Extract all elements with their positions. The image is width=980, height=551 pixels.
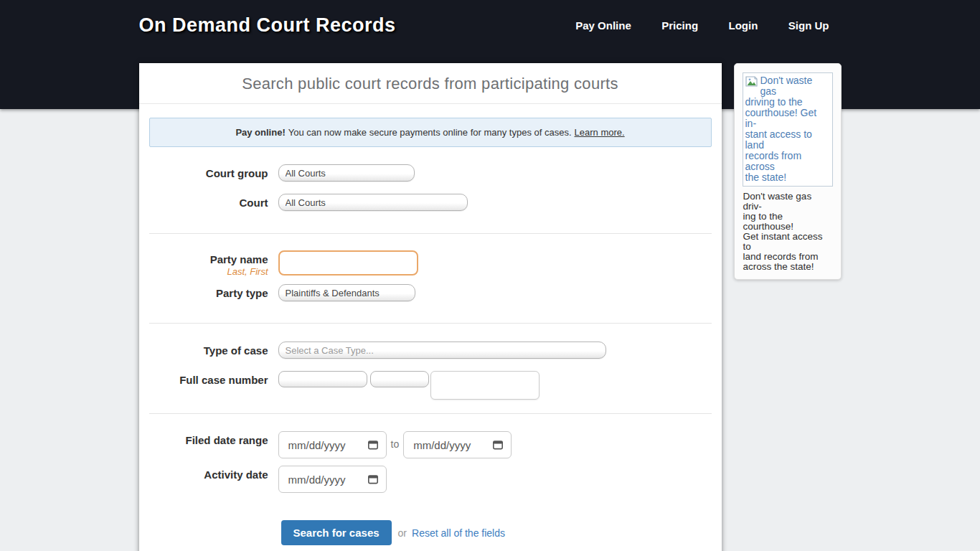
search-card: Search public court records from partici… [139,63,722,551]
nav-pay-online[interactable]: Pay Online [575,19,631,32]
nav-login[interactable]: Login [729,19,758,32]
search-for-cases-button[interactable]: Search for cases [281,520,392,545]
reset-fields-link[interactable]: Reset all of the fields [412,527,505,539]
court-row: Court All Courts [139,194,722,211]
right-sidebar: Don't waste gas driving to the courthous… [734,63,842,280]
case-type-label: Type of case [204,344,268,357]
ad-caption-line: Don't waste gas driv- [743,192,833,212]
filed-date-end-input[interactable]: mm/dd/yyyy [403,431,512,458]
calendar-icon[interactable] [492,439,504,451]
main-nav: Pay Online Pricing Login Sign Up [548,14,841,32]
court-select[interactable]: All Courts [278,194,468,211]
ad-caption-line: Get instant access to [743,232,833,252]
case-number-part2-input[interactable] [370,371,429,387]
divider [149,233,712,234]
calendar-icon[interactable] [367,474,379,485]
case-type-row: Type of case Select a Case Type... [139,342,722,359]
party-name-row: Party name Last, First [139,250,722,277]
case-number-part1-input[interactable] [278,371,367,387]
date-placeholder: mm/dd/yyyy [288,474,346,486]
page-title: Search public court records from partici… [139,75,722,93]
ad-alt-text: the state! [745,172,831,183]
party-type-select[interactable]: Plaintiffs & Defendants [278,284,415,301]
party-name-hint: Last, First [139,266,268,277]
banner-lead: Pay online! [235,127,285,138]
ad-alt-text: courthouse! Get in- [745,108,831,129]
broken-image-icon [745,75,760,97]
date-placeholder: mm/dd/yyyy [288,439,346,451]
ad-caption-line: land records from [743,252,833,262]
nav-pricing[interactable]: Pricing [661,19,698,32]
ad-alt-text: driving to the [745,97,831,108]
form-actions-row: Search for cases or Reset all of the fie… [139,520,722,545]
ad-alt-text: records from across [745,151,831,172]
land-records-ad[interactable]: Don't waste gas driving to the courthous… [734,63,842,280]
party-type-label: Party type [216,287,268,299]
ad-caption: Don't waste gas driv- ing to the courtho… [743,192,833,272]
case-number-part3-input[interactable] [430,371,540,400]
case-number-row: Full case number [139,371,722,400]
nav-sign-up[interactable]: Sign Up [788,19,829,32]
party-type-row: Party type Plaintiffs & Defendants [139,284,722,301]
ad-broken-image[interactable]: Don't waste gas driving to the courthous… [743,72,833,187]
ad-caption-line: across the state! [743,262,833,272]
activity-date-input[interactable]: mm/dd/yyyy [278,466,387,493]
date-range-separator: to [387,431,404,450]
ad-caption-line: ing to the courthouse! [743,212,833,232]
calendar-icon[interactable] [367,439,379,451]
pay-online-banner: Pay online! You can now make secure paym… [149,118,712,147]
filed-date-label: Filed date range [185,434,268,446]
actions-conjunction: or [398,527,407,539]
learn-more-link[interactable]: Learn more. [575,127,625,138]
divider [149,323,712,324]
date-placeholder: mm/dd/yyyy [413,439,471,451]
court-group-label: Court group [206,167,268,179]
divider [149,413,712,414]
activity-date-label: Activity date [204,468,268,481]
search-form: Court group All Courts Court All Courts … [139,147,722,545]
filed-date-start-input[interactable]: mm/dd/yyyy [278,431,387,458]
case-number-label: Full case number [179,374,268,386]
court-group-row: Court group All Courts [139,164,722,182]
brand-title[interactable]: On Demand Court Records [139,14,396,37]
filed-date-row: Filed date range mm/dd/yyyy to mm/dd/yyy… [139,431,722,458]
card-header: Search public court records from partici… [139,63,722,104]
party-name-input[interactable] [278,250,418,276]
banner-text: You can now make secure payments online … [288,127,572,138]
court-group-select[interactable]: All Courts [278,164,415,182]
activity-date-row: Activity date mm/dd/yyyy [139,466,722,493]
court-label: Court [240,197,268,209]
party-name-label: Party name [139,253,268,265]
ad-alt-text: stant access to land [745,129,831,151]
case-type-select[interactable]: Select a Case Type... [278,342,606,359]
